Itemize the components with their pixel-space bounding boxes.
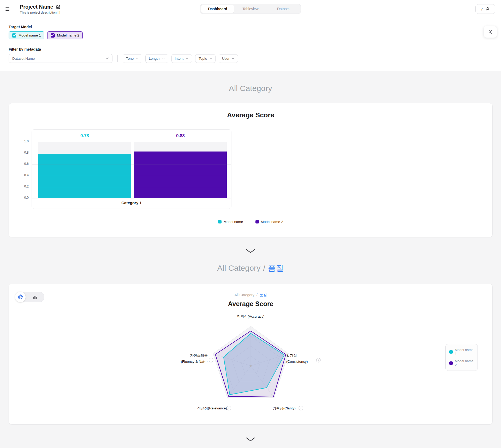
radar-axis-label: (Consistency) [286, 360, 308, 364]
sidebar-rail [0, 0, 14, 18]
view-tabs: Dashboard Tableview Dataset [200, 4, 301, 14]
project-description: This is project description!!!! [20, 11, 61, 14]
chevron-down-icon [106, 57, 109, 59]
legend-swatch [255, 220, 259, 223]
y-axis-tick: 0.6 [17, 162, 29, 166]
breadcrumb-separator: / [257, 293, 258, 297]
bar-value-label: 0.83 [134, 133, 227, 138]
chevron-down-icon [246, 437, 255, 441]
dashboard-content: All Category Average Score 0.00.20.40.60… [0, 71, 501, 448]
menu-list-icon[interactable] [2, 4, 12, 14]
app-header: Project Name This is project description… [0, 0, 501, 18]
gridline [32, 198, 231, 198]
radar-chart-title: Average Score [9, 300, 492, 308]
checkbox-checked-icon[interactable] [51, 33, 55, 38]
info-icon-dot [211, 359, 211, 360]
breadcrumb-parent: All Category [217, 264, 261, 272]
expand-section-chevron[interactable] [243, 247, 258, 255]
radar-chart: 정확성(Accuracy)일관성(Consistency)명확성(Clarity… [146, 311, 355, 429]
metadata-filter-row: Dataset Name Tone Length Intent Topic Us… [9, 54, 241, 63]
info-icon-dot [301, 407, 301, 408]
filter-dropdown-intent[interactable]: Intent [171, 54, 192, 63]
chevron-down-icon [209, 58, 212, 59]
gridline [32, 187, 231, 187]
model-2-checkbox-chip[interactable]: Model name 2 [47, 31, 83, 39]
y-axis-tick: 1.0 [17, 140, 29, 143]
breadcrumb-separator: / [263, 264, 265, 272]
radar-axis-label: 자연스러움 [190, 354, 208, 358]
radar-chart-legend: Model name 1 Model name 2 [445, 344, 478, 371]
legend-swatch [449, 361, 453, 365]
filter-dropdown-user[interactable]: User [219, 54, 238, 63]
filter-dropdown-topic[interactable]: Topic [195, 54, 216, 63]
vertical-divider [117, 55, 118, 62]
members-button[interactable]: 7 [475, 4, 495, 14]
radar-axis-label: 명확성(Clarity) [273, 406, 296, 410]
bar-plot-area: 0.780.83Category 1 [32, 129, 231, 209]
bar-chart: 0.00.20.40.60.81.00.780.83Category 1 [9, 103, 492, 237]
collapse-vertical-icon [488, 29, 493, 34]
members-count: 7 [481, 7, 483, 11]
bar-model-name-2 [134, 152, 227, 198]
card-breadcrumb: All Category/품질 [9, 293, 492, 298]
legend-item-model-1[interactable]: Model name 1 [449, 348, 475, 356]
chevron-down-icon [232, 58, 235, 59]
bar-value-label: 0.78 [38, 133, 131, 138]
gridline [32, 164, 231, 165]
tab-dataset[interactable]: Dataset [267, 5, 300, 13]
chevron-down-icon [246, 249, 255, 253]
model-1-checkbox-chip[interactable]: Model name 1 [9, 31, 44, 39]
info-icon-dot [318, 359, 319, 360]
chevron-down-icon [186, 58, 189, 59]
page-title: Project Name [20, 4, 53, 10]
gridline [32, 176, 231, 176]
filter-metadata-label: Filter by metadata [9, 47, 41, 51]
breadcrumb-current[interactable]: 품질 [260, 293, 267, 297]
expand-section-chevron[interactable] [243, 435, 258, 443]
legend-swatch [218, 220, 222, 223]
chevron-down-icon [162, 58, 165, 59]
chevron-down-icon [136, 58, 139, 59]
person-icon [485, 7, 490, 11]
legend-item-model-name-1[interactable]: Model name 1 [218, 220, 246, 224]
y-axis-tick: 0.8 [17, 151, 29, 154]
filter-dropdown-tone[interactable]: Tone [123, 54, 142, 63]
model-checkbox-group: Model name 1 Model name 2 [9, 31, 83, 39]
bar-chart-legend: Model name 1Model name 2 [9, 220, 492, 224]
y-axis-tick: 0.4 [17, 173, 29, 177]
edit-project-icon[interactable] [56, 4, 61, 9]
target-model-label: Target Model [9, 25, 32, 29]
radar-center-dot [250, 365, 251, 367]
section-title-all-category: All Category [0, 84, 501, 93]
model-2-label: Model name 2 [57, 33, 80, 37]
tab-dashboard[interactable]: Dashboard [201, 5, 234, 13]
y-axis-tick: 0.0 [17, 196, 29, 199]
average-score-radar-card: All Category/품질 Average Score 정확성(Accura… [9, 284, 493, 425]
bar-model-name-1 [38, 154, 131, 198]
gridline [32, 142, 231, 142]
info-icon-dot [229, 407, 229, 408]
filter-dropdown-length[interactable]: Length [145, 54, 168, 63]
checkbox-checked-icon[interactable] [12, 33, 16, 38]
dataset-name-select[interactable]: Dataset Name [9, 54, 112, 63]
radar-axis-label: 정확성(Accuracy) [237, 314, 264, 318]
legend-item-model-name-2[interactable]: Model name 2 [255, 220, 283, 224]
dataset-select-placeholder: Dataset Name [12, 57, 35, 60]
collapse-filters-button[interactable] [484, 26, 497, 38]
tab-tableview[interactable]: Tableview [234, 5, 267, 13]
breadcrumb-parent[interactable]: All Category [234, 293, 254, 297]
section-title-category-quality: All Category/품질 [0, 263, 501, 274]
average-score-bar-card: Average Score 0.00.20.40.60.81.00.780.83… [9, 103, 493, 237]
model-1-label: Model name 1 [19, 33, 41, 37]
legend-swatch [449, 350, 453, 354]
gridline [32, 153, 231, 153]
breadcrumb-current[interactable]: 품질 [268, 264, 284, 272]
radar-axis-label: 일관성 [286, 354, 297, 358]
radar-axis-label: (Fluency & Nat⋯ [181, 360, 208, 364]
x-axis-category-label: Category 1 [32, 201, 231, 205]
filter-section: Target Model Model name 1 Model name 2 F… [0, 18, 501, 71]
radar-axis-label: 적절성(Relevance) [197, 406, 227, 410]
y-axis-tick: 0.2 [17, 185, 29, 188]
legend-item-model-2[interactable]: Model name 2 [449, 359, 475, 367]
